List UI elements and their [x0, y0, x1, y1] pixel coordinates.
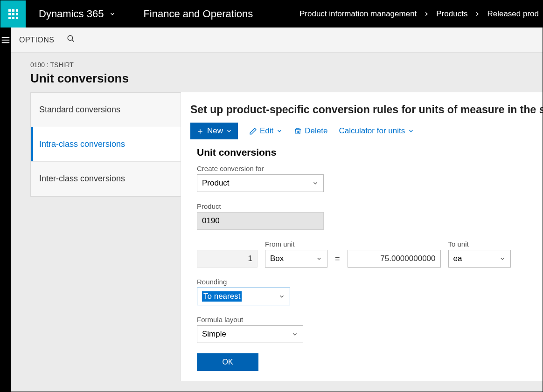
svg-line-4: [72, 40, 74, 42]
formula-select[interactable]: Simple: [197, 325, 303, 343]
formula-label: Formula layout: [197, 316, 543, 323]
tab-label: Standard conversions: [39, 105, 120, 114]
product-label: Product: [197, 202, 543, 210]
chevron-down-icon: [312, 180, 319, 186]
trash-icon: [294, 127, 302, 135]
calculator-label: Calculator for units: [339, 126, 405, 136]
chevron-right-icon: [474, 11, 480, 17]
create-for-label: Create conversion for: [197, 165, 543, 172]
chevron-down-icon: [276, 128, 283, 134]
from-unit-label: From unit: [265, 240, 327, 248]
brand-menu[interactable]: Dynamics 365: [26, 0, 129, 28]
edit-button[interactable]: Edit: [249, 126, 283, 136]
ok-label: OK: [222, 358, 233, 366]
breadcrumb: Product information management Products …: [299, 0, 543, 28]
delete-label: Delete: [305, 126, 327, 136]
calculator-button[interactable]: Calculator for units: [339, 126, 414, 136]
panel-heading: Set up product-specific conversion rules…: [190, 103, 543, 116]
options-label[interactable]: OPTIONS: [19, 36, 55, 44]
chevron-down-icon: [226, 128, 232, 134]
breadcrumb-item[interactable]: Released prod: [487, 9, 539, 19]
edit-label: Edit: [260, 126, 273, 136]
tab-label: Inter-class conversions: [39, 174, 125, 183]
to-unit-select[interactable]: ea: [448, 250, 511, 268]
rounding-label: Rounding: [197, 278, 543, 286]
create-for-select[interactable]: Product: [197, 174, 324, 192]
to-qty-value: 75.0000000000: [380, 254, 435, 263]
search-icon: [67, 34, 75, 43]
chevron-down-icon: [109, 11, 116, 17]
rounding-value: To nearest: [202, 291, 242, 302]
create-for-value: Product: [202, 179, 230, 188]
search-button[interactable]: [67, 34, 75, 45]
waffle-button[interactable]: [0, 0, 26, 28]
product-value: 0190: [202, 216, 220, 226]
panel: Set up product-specific conversion rules…: [181, 92, 543, 381]
from-unit-value: Box: [270, 254, 284, 263]
left-rail: [0, 28, 11, 392]
tab-intra-class-conversions[interactable]: Intra-class conversions: [31, 127, 181, 162]
form-title: Unit conversions: [197, 147, 543, 158]
ok-button[interactable]: OK: [197, 353, 258, 371]
from-qty-input[interactable]: 1: [197, 250, 258, 268]
delete-button[interactable]: Delete: [294, 126, 327, 136]
chevron-right-icon: [423, 11, 430, 17]
toolbar: ＋ New Edit Delete Calculator for u: [190, 123, 543, 139]
chevron-down-icon: [408, 128, 414, 134]
tab-label: Intra-class conversions: [39, 139, 125, 149]
formula-value: Simple: [202, 330, 226, 339]
svg-point-3: [68, 35, 73, 41]
waffle-icon: [8, 9, 18, 19]
top-bar: Dynamics 365 Finance and Operations Prod…: [0, 0, 543, 28]
chevron-down-icon: [278, 293, 285, 300]
breadcrumb-item[interactable]: Product information management: [299, 9, 417, 19]
hamburger-button[interactable]: [0, 35, 11, 392]
chevron-down-icon: [316, 255, 322, 262]
page-header: 0190 : TSHIRT Unit conversions: [11, 53, 543, 92]
module-title: Finance and Operations: [129, 0, 267, 28]
to-unit-label: To unit: [448, 240, 511, 248]
pencil-icon: [249, 127, 257, 135]
brand-label: Dynamics 365: [39, 8, 104, 20]
chevron-down-icon: [499, 255, 506, 262]
page-caption: 0190 : TSHIRT: [30, 61, 543, 69]
options-bar: OPTIONS: [11, 28, 543, 53]
chevron-down-icon: [292, 331, 298, 337]
breadcrumb-item[interactable]: Products: [436, 9, 467, 19]
hamburger-icon: [0, 35, 11, 45]
page-title: Unit conversions: [30, 71, 543, 86]
tab-standard-conversions[interactable]: Standard conversions: [31, 93, 181, 127]
side-tabs: Standard conversions Intra-class convers…: [30, 92, 181, 197]
from-unit-select[interactable]: Box: [265, 250, 327, 268]
from-qty-value: 1: [248, 254, 252, 263]
to-unit-value: ea: [453, 254, 462, 263]
form: Create conversion for Product Product 01…: [190, 165, 543, 371]
tab-inter-class-conversions[interactable]: Inter-class conversions: [31, 162, 181, 196]
product-field: 0190: [197, 212, 324, 230]
equals-sign: =: [335, 254, 340, 268]
rounding-select[interactable]: To nearest: [197, 288, 290, 305]
new-label: New: [207, 126, 223, 136]
new-button[interactable]: ＋ New: [190, 123, 238, 139]
to-qty-input[interactable]: 75.0000000000: [348, 250, 441, 268]
plus-icon: ＋: [196, 125, 204, 137]
